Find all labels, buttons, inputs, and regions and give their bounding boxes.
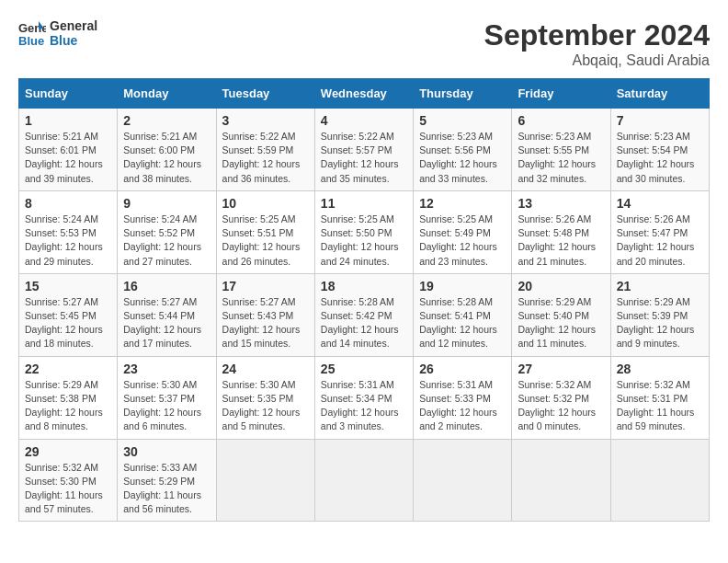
day-number: 13 <box>518 196 604 211</box>
day-number: 14 <box>617 196 703 211</box>
calendar-cell: 1Sunrise: 5:21 AM Sunset: 6:01 PM Daylig… <box>19 109 118 191</box>
svg-text:Blue: Blue <box>18 34 44 47</box>
day-info: Sunrise: 5:27 AM Sunset: 5:45 PM Dayligh… <box>25 295 111 351</box>
calendar-cell: 18Sunrise: 5:28 AM Sunset: 5:42 PM Dayli… <box>314 273 413 356</box>
day-info: Sunrise: 5:21 AM Sunset: 6:00 PM Dayligh… <box>123 130 210 186</box>
day-info: Sunrise: 5:24 AM Sunset: 5:52 PM Dayligh… <box>123 213 210 269</box>
page-header: General Blue General Blue September 2024… <box>18 18 710 69</box>
title-block: September 2024 Abqaiq, Saudi Arabia <box>484 18 710 69</box>
calendar-cell: 25Sunrise: 5:31 AM Sunset: 5:34 PM Dayli… <box>314 356 413 439</box>
day-header-monday: Monday <box>118 79 216 109</box>
calendar-cell: 12Sunrise: 5:25 AM Sunset: 5:49 PM Dayli… <box>414 190 512 273</box>
location: Abqaiq, Saudi Arabia <box>484 52 710 69</box>
calendar-cell <box>610 439 709 522</box>
day-number: 25 <box>321 362 407 376</box>
day-info: Sunrise: 5:25 AM Sunset: 5:49 PM Dayligh… <box>419 213 506 269</box>
day-number: 7 <box>617 113 703 128</box>
day-number: 5 <box>419 113 506 128</box>
day-number: 29 <box>25 444 111 459</box>
day-number: 12 <box>419 196 506 211</box>
calendar-cell: 6Sunrise: 5:23 AM Sunset: 5:55 PM Daylig… <box>512 109 610 191</box>
day-number: 9 <box>123 196 210 211</box>
logo-line1: General <box>50 18 97 33</box>
day-info: Sunrise: 5:31 AM Sunset: 5:33 PM Dayligh… <box>419 378 506 434</box>
day-number: 16 <box>123 279 210 293</box>
calendar-cell <box>512 439 610 522</box>
day-info: Sunrise: 5:23 AM Sunset: 5:55 PM Dayligh… <box>518 130 604 186</box>
day-info: Sunrise: 5:32 AM Sunset: 5:32 PM Dayligh… <box>518 378 604 434</box>
day-info: Sunrise: 5:29 AM Sunset: 5:39 PM Dayligh… <box>617 295 703 351</box>
day-header-tuesday: Tuesday <box>216 79 314 109</box>
day-info: Sunrise: 5:23 AM Sunset: 5:56 PM Dayligh… <box>419 130 506 186</box>
logo: General Blue General Blue <box>18 18 97 48</box>
calendar-cell: 23Sunrise: 5:30 AM Sunset: 5:37 PM Dayli… <box>118 356 216 439</box>
day-number: 15 <box>25 279 111 293</box>
day-header-thursday: Thursday <box>414 79 512 109</box>
calendar-cell: 2Sunrise: 5:21 AM Sunset: 6:00 PM Daylig… <box>118 109 216 191</box>
calendar-cell: 20Sunrise: 5:29 AM Sunset: 5:40 PM Dayli… <box>512 273 610 356</box>
calendar-cell: 27Sunrise: 5:32 AM Sunset: 5:32 PM Dayli… <box>512 356 610 439</box>
day-number: 30 <box>123 444 210 459</box>
logo-icon: General Blue <box>18 19 46 47</box>
day-number: 23 <box>123 362 210 376</box>
day-header-saturday: Saturday <box>610 79 709 109</box>
day-number: 19 <box>419 279 506 293</box>
calendar-cell: 19Sunrise: 5:28 AM Sunset: 5:41 PM Dayli… <box>414 273 512 356</box>
day-number: 1 <box>25 113 111 128</box>
calendar-cell: 28Sunrise: 5:32 AM Sunset: 5:31 PM Dayli… <box>610 356 709 439</box>
calendar-header-row: SundayMondayTuesdayWednesdayThursdayFrid… <box>19 79 710 109</box>
day-info: Sunrise: 5:32 AM Sunset: 5:30 PM Dayligh… <box>25 461 111 517</box>
day-number: 8 <box>25 196 111 211</box>
calendar-cell: 11Sunrise: 5:25 AM Sunset: 5:50 PM Dayli… <box>314 190 413 273</box>
day-info: Sunrise: 5:27 AM Sunset: 5:43 PM Dayligh… <box>222 295 309 351</box>
day-number: 26 <box>419 362 506 376</box>
day-number: 21 <box>617 279 703 293</box>
day-info: Sunrise: 5:25 AM Sunset: 5:51 PM Dayligh… <box>222 213 309 269</box>
day-info: Sunrise: 5:22 AM Sunset: 5:59 PM Dayligh… <box>222 130 309 186</box>
day-header-friday: Friday <box>512 79 610 109</box>
calendar-cell: 9Sunrise: 5:24 AM Sunset: 5:52 PM Daylig… <box>118 190 216 273</box>
day-info: Sunrise: 5:30 AM Sunset: 5:35 PM Dayligh… <box>222 378 309 434</box>
calendar-cell: 4Sunrise: 5:22 AM Sunset: 5:57 PM Daylig… <box>314 109 413 191</box>
day-info: Sunrise: 5:30 AM Sunset: 5:37 PM Dayligh… <box>123 378 210 434</box>
day-info: Sunrise: 5:24 AM Sunset: 5:53 PM Dayligh… <box>25 213 111 269</box>
logo-line2: Blue <box>50 33 97 48</box>
calendar-week-1: 8Sunrise: 5:24 AM Sunset: 5:53 PM Daylig… <box>19 190 710 273</box>
calendar-week-0: 1Sunrise: 5:21 AM Sunset: 6:01 PM Daylig… <box>19 109 710 191</box>
calendar-body: 1Sunrise: 5:21 AM Sunset: 6:01 PM Daylig… <box>19 109 710 522</box>
day-info: Sunrise: 5:28 AM Sunset: 5:42 PM Dayligh… <box>321 295 407 351</box>
calendar-cell: 10Sunrise: 5:25 AM Sunset: 5:51 PM Dayli… <box>216 190 314 273</box>
calendar-cell: 30Sunrise: 5:33 AM Sunset: 5:29 PM Dayli… <box>118 439 216 522</box>
day-number: 27 <box>518 362 604 376</box>
day-info: Sunrise: 5:33 AM Sunset: 5:29 PM Dayligh… <box>123 461 210 517</box>
day-number: 3 <box>222 113 309 128</box>
calendar-cell <box>314 439 413 522</box>
day-info: Sunrise: 5:29 AM Sunset: 5:38 PM Dayligh… <box>25 378 111 434</box>
day-number: 11 <box>321 196 407 211</box>
calendar-cell: 8Sunrise: 5:24 AM Sunset: 5:53 PM Daylig… <box>19 190 118 273</box>
calendar-cell: 16Sunrise: 5:27 AM Sunset: 5:44 PM Dayli… <box>118 273 216 356</box>
day-number: 10 <box>222 196 309 211</box>
day-info: Sunrise: 5:31 AM Sunset: 5:34 PM Dayligh… <box>321 378 407 434</box>
calendar-cell: 22Sunrise: 5:29 AM Sunset: 5:38 PM Dayli… <box>19 356 118 439</box>
calendar-cell: 5Sunrise: 5:23 AM Sunset: 5:56 PM Daylig… <box>414 109 512 191</box>
calendar-cell: 21Sunrise: 5:29 AM Sunset: 5:39 PM Dayli… <box>610 273 709 356</box>
day-info: Sunrise: 5:21 AM Sunset: 6:01 PM Dayligh… <box>25 130 111 186</box>
day-info: Sunrise: 5:32 AM Sunset: 5:31 PM Dayligh… <box>617 378 703 434</box>
day-info: Sunrise: 5:22 AM Sunset: 5:57 PM Dayligh… <box>321 130 407 186</box>
calendar-cell: 14Sunrise: 5:26 AM Sunset: 5:47 PM Dayli… <box>610 190 709 273</box>
day-header-sunday: Sunday <box>19 79 118 109</box>
calendar-table: SundayMondayTuesdayWednesdayThursdayFrid… <box>18 78 710 522</box>
day-info: Sunrise: 5:29 AM Sunset: 5:40 PM Dayligh… <box>518 295 604 351</box>
day-number: 17 <box>222 279 309 293</box>
calendar-cell: 15Sunrise: 5:27 AM Sunset: 5:45 PM Dayli… <box>19 273 118 356</box>
calendar-cell: 3Sunrise: 5:22 AM Sunset: 5:59 PM Daylig… <box>216 109 314 191</box>
calendar-cell: 24Sunrise: 5:30 AM Sunset: 5:35 PM Dayli… <box>216 356 314 439</box>
calendar-week-2: 15Sunrise: 5:27 AM Sunset: 5:45 PM Dayli… <box>19 273 710 356</box>
day-number: 24 <box>222 362 309 376</box>
day-info: Sunrise: 5:25 AM Sunset: 5:50 PM Dayligh… <box>321 213 407 269</box>
day-info: Sunrise: 5:26 AM Sunset: 5:48 PM Dayligh… <box>518 213 604 269</box>
day-info: Sunrise: 5:27 AM Sunset: 5:44 PM Dayligh… <box>123 295 210 351</box>
day-header-wednesday: Wednesday <box>314 79 413 109</box>
day-number: 4 <box>321 113 407 128</box>
